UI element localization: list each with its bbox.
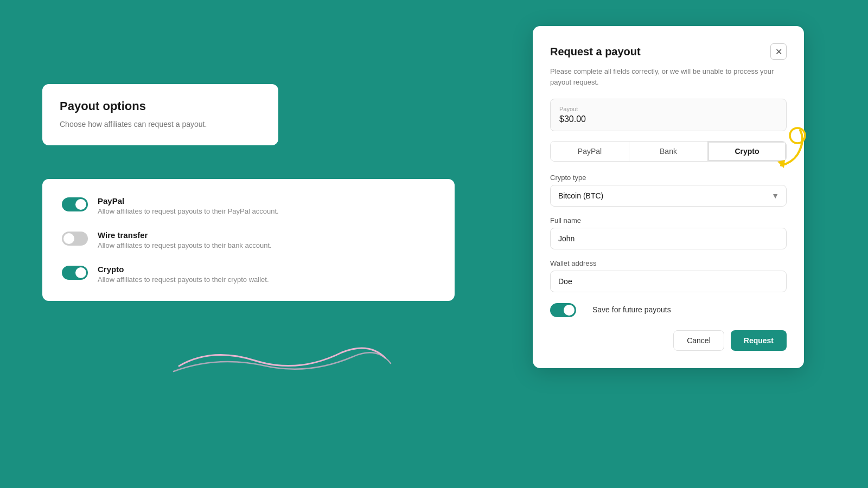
toggles-card: PayPal Allow affiliates to request payou…: [42, 179, 455, 301]
payment-method-tabs: PayPal Bank Crypto: [550, 141, 787, 162]
pink-scribble-decoration: [168, 336, 396, 380]
tab-paypal[interactable]: PayPal: [551, 142, 629, 161]
request-button[interactable]: Request: [731, 330, 787, 351]
payout-options-title: Payout options: [60, 99, 261, 113]
payout-field-label: Payout: [559, 106, 777, 112]
payout-modal: Request a payout ✕ Please complete all f…: [533, 26, 804, 368]
modal-header: Request a payout ✕: [550, 43, 787, 60]
wallet-address-group: Wallet address: [550, 259, 787, 292]
crypto-type-group: Crypto type Bitcoin (BTC) Ethereum (ETH)…: [550, 174, 787, 207]
wallet-address-label: Wallet address: [550, 259, 787, 267]
wire-transfer-label-title: Wire transfer: [98, 230, 272, 240]
wire-transfer-toggle-labels: Wire transfer Allow affiliates to reques…: [98, 230, 272, 249]
save-label: Save for future payouts: [592, 305, 671, 314]
paypal-toggle[interactable]: [62, 197, 88, 211]
modal-description: Please complete all fields correctly, or…: [550, 66, 787, 88]
tab-crypto[interactable]: Crypto: [708, 142, 786, 161]
paypal-label-title: PayPal: [98, 196, 279, 206]
save-toggle[interactable]: [550, 303, 576, 317]
payout-options-card: Payout options Choose how affiliates can…: [42, 84, 278, 145]
modal-title: Request a payout: [550, 46, 641, 58]
tab-bank[interactable]: Bank: [629, 142, 708, 161]
payout-field: Payout $30.00: [550, 99, 787, 131]
paypal-label-desc: Allow affiliates to request payouts to t…: [98, 207, 279, 215]
save-row: Save for future payouts: [550, 302, 787, 317]
payout-field-value: $30.00: [559, 114, 777, 124]
wallet-address-input[interactable]: [550, 271, 787, 292]
wire-transfer-label-desc: Allow affiliates to request payouts to t…: [98, 241, 272, 249]
full-name-group: Full name: [550, 216, 787, 249]
full-name-label: Full name: [550, 216, 787, 224]
toggle-row-paypal: PayPal Allow affiliates to request payou…: [62, 196, 435, 215]
wire-transfer-toggle[interactable]: [62, 232, 88, 246]
cancel-button[interactable]: Cancel: [673, 330, 724, 351]
crypto-label-desc: Allow affiliates to request payouts to t…: [98, 275, 269, 284]
payout-options-description: Choose how affiliates can request a payo…: [60, 119, 261, 130]
toggle-row-crypto: Crypto Allow affiliates to request payou…: [62, 265, 435, 284]
crypto-label-title: Crypto: [98, 265, 269, 274]
toggle-row-wire-transfer: Wire transfer Allow affiliates to reques…: [62, 230, 435, 249]
crypto-type-label: Crypto type: [550, 174, 787, 182]
crypto-toggle[interactable]: [62, 266, 88, 280]
crypto-type-select-wrapper: Bitcoin (BTC) Ethereum (ETH) Litecoin (L…: [550, 185, 787, 207]
paypal-toggle-labels: PayPal Allow affiliates to request payou…: [98, 196, 279, 215]
crypto-type-select[interactable]: Bitcoin (BTC) Ethereum (ETH) Litecoin (L…: [550, 185, 787, 207]
full-name-input[interactable]: [550, 228, 787, 249]
modal-close-button[interactable]: ✕: [770, 43, 787, 60]
modal-footer: Cancel Request: [550, 330, 787, 351]
crypto-toggle-labels: Crypto Allow affiliates to request payou…: [98, 265, 269, 284]
